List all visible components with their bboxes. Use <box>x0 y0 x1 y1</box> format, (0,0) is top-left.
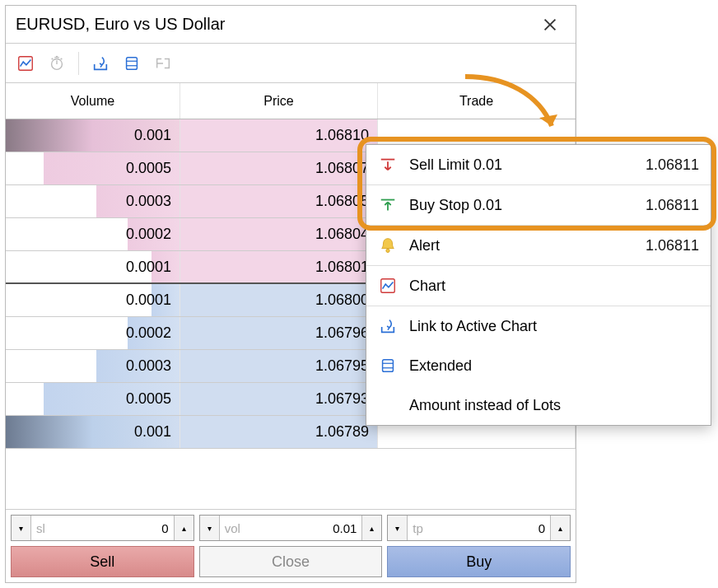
chart-settings-button[interactable] <box>12 50 39 77</box>
price-value: 1.06793 <box>180 383 369 415</box>
volume-cell: 0.0001 <box>6 251 180 282</box>
volume-cell: 0.0002 <box>6 218 180 250</box>
menu-link-label: Link to Active Chart <box>409 318 699 335</box>
volume-cell: 0.0005 <box>6 383 180 415</box>
sl-spinner[interactable]: ▾ sl 0 ▴ <box>11 515 194 541</box>
vol-spinner[interactable]: ▾ vol 0.01 ▴ <box>199 515 383 541</box>
context-menu: Sell Limit 0.01 1.06811 Buy Stop 0.01 1.… <box>366 144 711 426</box>
svg-point-4 <box>60 58 62 59</box>
price-cell: 1.06801 <box>180 251 378 282</box>
vol-decrease[interactable]: ▾ <box>200 516 220 540</box>
sl-increase[interactable]: ▴ <box>174 516 193 540</box>
menu-alert[interactable]: Alert 1.06811 <box>366 226 711 265</box>
price-cell: 1.06810 <box>180 119 378 152</box>
col-price[interactable]: Price <box>180 83 378 119</box>
timer-button[interactable] <box>44 50 70 77</box>
volume-value: 0.0001 <box>6 284 171 316</box>
amount-toggle-button[interactable] <box>150 50 176 77</box>
menu-buy-stop[interactable]: Buy Stop 0.01 1.06811 <box>366 185 711 225</box>
volume-cell: 0.0003 <box>6 350 180 382</box>
svg-rect-12 <box>383 360 394 372</box>
footer: ▾ sl 0 ▴ ▾ vol 0.01 ▴ ▾ tp 0 <box>6 509 576 582</box>
toolbar <box>6 44 576 83</box>
price-value: 1.06804 <box>180 218 369 250</box>
titlebar: EURUSD, Euro vs US Dollar <box>6 6 576 44</box>
svg-point-3 <box>56 55 58 57</box>
extended-toggle-button[interactable] <box>119 50 145 77</box>
price-cell: 1.06805 <box>180 185 378 217</box>
price-value: 1.06807 <box>180 152 369 184</box>
svg-rect-5 <box>127 57 138 69</box>
sl-value[interactable]: 0 <box>50 521 169 535</box>
price-value: 1.06796 <box>180 317 369 349</box>
price-cell: 1.06793 <box>180 383 378 415</box>
price-cell: 1.06795 <box>180 350 378 382</box>
tp-increase[interactable]: ▴ <box>550 516 570 540</box>
volume-cell: 0.001 <box>6 119 180 152</box>
menu-alert-price: 1.06811 <box>646 237 699 254</box>
sl-decrease[interactable]: ▾ <box>12 516 31 540</box>
col-trade[interactable]: Trade <box>378 83 576 119</box>
menu-sell-limit-label: Sell Limit 0.01 <box>409 156 634 174</box>
price-value: 1.06810 <box>180 119 369 152</box>
menu-chart[interactable]: Chart <box>366 266 711 306</box>
sl-label: sl <box>36 521 45 535</box>
price-value: 1.06795 <box>180 350 369 382</box>
svg-point-10 <box>386 249 389 252</box>
menu-chart-label: Chart <box>409 278 699 295</box>
volume-value: 0.0005 <box>6 152 171 184</box>
tp-decrease[interactable]: ▾ <box>388 516 408 540</box>
price-value: 1.06805 <box>180 185 369 217</box>
menu-extended-label: Extended <box>409 357 699 375</box>
sell-limit-icon <box>378 155 398 175</box>
link-chart-button[interactable] <box>87 50 114 77</box>
menu-buy-stop-label: Buy Stop 0.01 <box>409 197 634 214</box>
tp-spinner[interactable]: ▾ tp 0 ▴ <box>387 515 571 541</box>
blank-icon <box>378 395 398 415</box>
volume-value: 0.0002 <box>6 218 171 250</box>
link-icon <box>378 316 398 336</box>
grid-header: Volume Price Trade <box>6 83 576 119</box>
menu-link-chart[interactable]: Link to Active Chart <box>366 306 711 346</box>
close-button[interactable] <box>541 16 566 34</box>
bell-icon <box>378 236 398 255</box>
volume-cell: 0.0002 <box>6 317 180 349</box>
menu-amount[interactable]: Amount instead of Lots <box>366 385 711 425</box>
volume-cell: 0.0001 <box>6 284 180 316</box>
vol-value[interactable]: 0.01 <box>245 521 357 535</box>
vol-increase[interactable]: ▴ <box>361 516 381 540</box>
menu-alert-label: Alert <box>409 237 634 254</box>
volume-value: 0.0005 <box>6 383 171 415</box>
volume-value: 0.0002 <box>6 317 171 349</box>
volume-value: 0.0003 <box>6 350 171 382</box>
price-cell: 1.06807 <box>180 152 378 184</box>
price-value: 1.06801 <box>180 251 369 282</box>
price-value: 1.06789 <box>180 416 369 448</box>
menu-amount-label: Amount instead of Lots <box>409 397 699 414</box>
tp-value[interactable]: 0 <box>428 521 545 535</box>
buy-button[interactable]: Buy <box>387 546 571 577</box>
volume-value: 0.0003 <box>6 185 171 217</box>
price-cell: 1.06789 <box>180 416 378 448</box>
volume-value: 0.0001 <box>6 251 171 282</box>
grid-icon <box>378 356 398 376</box>
price-cell: 1.06804 <box>180 218 378 250</box>
price-cell: 1.06800 <box>180 284 378 316</box>
vol-label: vol <box>225 521 240 535</box>
volume-cell: 0.001 <box>6 416 180 448</box>
toolbar-separator <box>78 52 79 75</box>
menu-buy-stop-price: 1.06811 <box>646 197 699 214</box>
menu-extended[interactable]: Extended <box>366 346 711 385</box>
price-value: 1.06800 <box>180 284 369 316</box>
close-trade-button[interactable]: Close <box>199 546 383 577</box>
svg-point-2 <box>51 58 53 59</box>
tp-label: tp <box>413 521 423 535</box>
volume-cell: 0.0003 <box>6 185 180 217</box>
menu-sell-limit-price: 1.06811 <box>646 156 699 174</box>
sell-button[interactable]: Sell <box>11 546 194 577</box>
volume-cell: 0.0005 <box>6 152 180 184</box>
col-volume[interactable]: Volume <box>6 83 180 119</box>
price-cell: 1.06796 <box>180 317 378 349</box>
volume-value: 0.001 <box>6 119 171 152</box>
menu-sell-limit[interactable]: Sell Limit 0.01 1.06811 <box>366 145 711 184</box>
